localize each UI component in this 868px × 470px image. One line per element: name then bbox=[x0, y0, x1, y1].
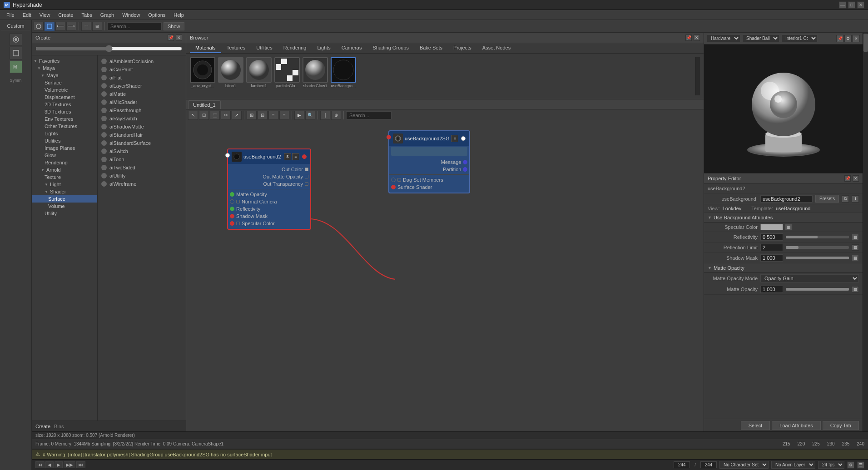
node-settings-icon[interactable]: $ bbox=[284, 153, 291, 160]
viewer-gear[interactable]: ⚙ bbox=[844, 35, 852, 42]
bins-tab[interactable]: Bins bbox=[54, 424, 64, 429]
port-matte-opacity[interactable] bbox=[230, 192, 234, 197]
tree-utility[interactable]: Utility bbox=[32, 210, 97, 217]
tree-glow[interactable]: Glow bbox=[32, 152, 97, 159]
tree-3dtextures[interactable]: 3D Textures bbox=[32, 108, 97, 115]
tree-shader-volume[interactable]: Volume bbox=[32, 203, 97, 210]
menu-edit[interactable]: Edit bbox=[19, 11, 35, 19]
node-usebackground2[interactable]: useBackground2 $ ≡ bbox=[227, 148, 311, 230]
pe-reflimit-options[interactable]: ▦ bbox=[852, 244, 859, 251]
list-item-toon[interactable]: aiToon bbox=[98, 155, 186, 163]
character-set-select[interactable]: No Character Set bbox=[719, 461, 769, 469]
select-button[interactable]: Select bbox=[741, 421, 770, 430]
graph-tool-10[interactable]: ▶ bbox=[294, 111, 304, 120]
tree-texture[interactable]: Texture bbox=[32, 173, 97, 181]
tab-asset-nodes[interactable]: Asset Nodes bbox=[477, 43, 516, 53]
tree-light[interactable]: ▼ Light bbox=[32, 181, 97, 188]
close-button[interactable]: ✕ bbox=[857, 1, 864, 9]
node-sg-left-port-red[interactable] bbox=[387, 135, 391, 139]
menu-tabs[interactable]: Tabs bbox=[78, 11, 95, 19]
menu-file[interactable]: File bbox=[3, 11, 18, 19]
node-sg-menu-icon[interactable]: ≡ bbox=[451, 135, 458, 142]
material-usebackground[interactable]: useBackgro... bbox=[331, 57, 356, 88]
browser-scrollbar[interactable] bbox=[695, 57, 700, 95]
graph-tool-5[interactable]: ↗ bbox=[232, 111, 242, 120]
icon-btn-2[interactable] bbox=[10, 47, 22, 59]
right-scrollbar[interactable] bbox=[863, 33, 868, 431]
port-specular-sq[interactable] bbox=[236, 222, 240, 225]
list-item-mixshader[interactable]: aiMixShader bbox=[98, 98, 186, 106]
icon-btn-1[interactable] bbox=[10, 33, 22, 46]
create-panel-pin[interactable]: 📌 bbox=[168, 35, 174, 41]
graph-tool-9[interactable]: ≡ bbox=[279, 111, 289, 120]
list-item-standardsurface[interactable]: aiStandardSurface bbox=[98, 139, 186, 147]
pe-reflectivity-slider[interactable] bbox=[786, 236, 849, 238]
tree-othertextures[interactable]: Other Textures bbox=[32, 123, 97, 130]
menu-help[interactable]: Help bbox=[170, 11, 188, 19]
playback-play[interactable]: ▶ bbox=[55, 461, 63, 468]
list-item-rayswitch[interactable]: aiRaySwitch bbox=[98, 114, 186, 123]
list-item-switch[interactable]: aiSwitch bbox=[98, 147, 186, 155]
menu-window[interactable]: Window bbox=[119, 11, 144, 19]
tree-2dtextures[interactable]: 2D Textures bbox=[32, 101, 97, 108]
graph-tool-3[interactable]: ⬚ bbox=[210, 111, 220, 120]
list-item-passthrough[interactable]: aiPassthrough bbox=[98, 106, 186, 114]
pe-shadowmask-options[interactable]: ▦ bbox=[852, 255, 859, 261]
fps-select[interactable]: 24 fps bbox=[818, 461, 844, 469]
create-slider[interactable] bbox=[35, 45, 182, 52]
tab-lights[interactable]: Lights bbox=[312, 43, 336, 53]
load-attributes-button[interactable]: Load Attributes bbox=[772, 421, 820, 430]
right-scrollbar-thumb[interactable] bbox=[863, 34, 868, 52]
icon-btn-maya[interactable]: M bbox=[10, 60, 22, 73]
graph-tool-4[interactable]: ✂ bbox=[221, 111, 231, 120]
port-specular-color[interactable] bbox=[230, 221, 234, 226]
pe-matte-mode-select[interactable]: Opacity Gain bbox=[760, 274, 859, 282]
port-reflectivity[interactable] bbox=[230, 207, 234, 211]
section-matte-opacity[interactable]: ▼ Matte Opacity bbox=[704, 263, 863, 273]
tree-surface[interactable]: Surface bbox=[32, 79, 97, 86]
viewer-mode-select[interactable]: Hardware bbox=[707, 35, 740, 42]
pe-matte-opacity-options[interactable]: ▦ bbox=[852, 286, 859, 292]
list-item-layershader[interactable]: aiLayerShader bbox=[98, 82, 186, 90]
playback-prev[interactable]: ◀ bbox=[45, 461, 54, 468]
material-lambert[interactable]: lambert1 bbox=[246, 57, 272, 88]
playback-start[interactable]: ⏮ bbox=[35, 461, 45, 468]
playback-next[interactable]: ▶▶ bbox=[64, 461, 75, 468]
tree-shader[interactable]: ▼ Shader bbox=[32, 188, 97, 195]
pe-reflectivity-options[interactable]: ▦ bbox=[852, 234, 859, 240]
tab-projects[interactable]: Projects bbox=[448, 43, 477, 53]
tree-lights[interactable]: Lights bbox=[32, 130, 97, 137]
port-sg-message[interactable] bbox=[463, 160, 467, 164]
tree-imageplanes[interactable]: Image Planes bbox=[32, 144, 97, 152]
node-usebackground2sg[interactable]: useBackground2SG ≡ bbox=[388, 130, 470, 193]
tree-utilities[interactable]: Utilities bbox=[32, 137, 97, 144]
viewer-close[interactable]: ✕ bbox=[853, 35, 860, 42]
pe-shadowmask-value[interactable] bbox=[760, 254, 783, 262]
tree-rendering[interactable]: Rendering bbox=[32, 159, 97, 166]
port-out-transparency[interactable] bbox=[305, 182, 308, 186]
viewer-material-select[interactable]: Interior1 Color bbox=[781, 35, 818, 42]
playback-end[interactable]: ⏭ bbox=[76, 461, 85, 468]
graph-tool-12[interactable]: | bbox=[320, 111, 330, 120]
copy-tab-button[interactable]: Copy Tab bbox=[823, 421, 859, 430]
material-particle[interactable]: particleClo... bbox=[274, 57, 300, 88]
tree-envtextures[interactable]: Env Textures bbox=[32, 115, 97, 123]
viewer-pin[interactable]: 📌 bbox=[836, 35, 843, 42]
port-sg-partition[interactable] bbox=[463, 167, 467, 172]
browser-pin[interactable]: 📌 bbox=[685, 35, 692, 41]
port-normal-sq[interactable] bbox=[236, 200, 240, 203]
tab-cameras[interactable]: Cameras bbox=[336, 43, 367, 53]
material-shaderglow[interactable]: shaderGlow1 bbox=[303, 57, 328, 88]
pe-pin[interactable]: 📌 bbox=[844, 175, 851, 182]
node-usebackground2-left-port[interactable] bbox=[225, 153, 230, 158]
tree-favorites[interactable]: ▼ Favorites bbox=[32, 57, 97, 64]
toolbar-icon-5[interactable]: ⬚ bbox=[81, 22, 91, 31]
list-item-carpaint[interactable]: aiCarPaint bbox=[98, 65, 186, 74]
pe-reflimit-value[interactable] bbox=[760, 244, 783, 251]
status-icon-2[interactable]: ☰ bbox=[857, 461, 864, 469]
total-frame-input[interactable] bbox=[700, 461, 717, 468]
minimize-button[interactable]: — bbox=[839, 1, 846, 9]
pe-reflectivity-value[interactable] bbox=[760, 233, 783, 241]
list-item-shadowmatte[interactable]: aiShadowMatte bbox=[98, 123, 186, 131]
show-button[interactable]: Show bbox=[164, 22, 184, 30]
